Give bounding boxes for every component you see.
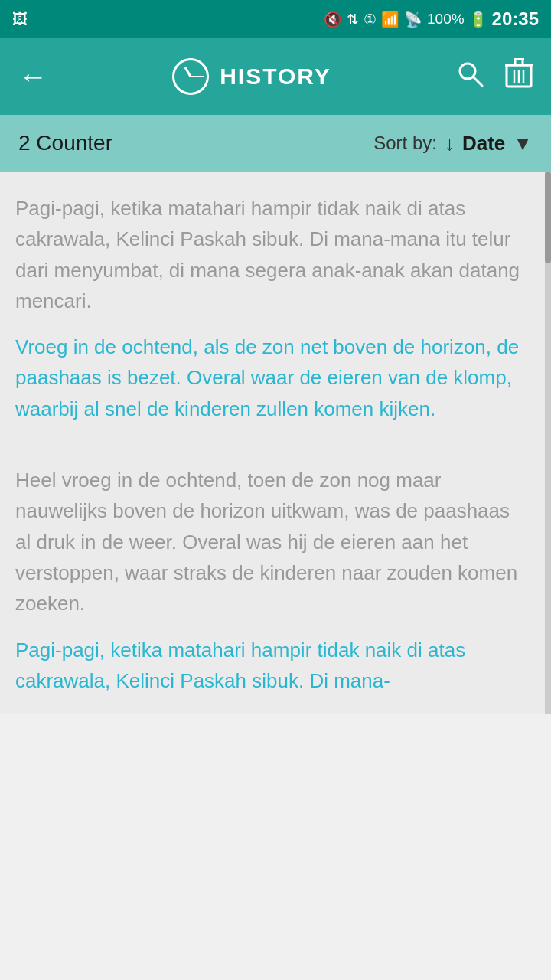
status-icons: 🔇 ⇅ ① 📶 📡 100% 🔋 20:35 bbox=[324, 8, 539, 30]
mobile-signal-icon: 📡 bbox=[404, 11, 422, 28]
sort-controls[interactable]: Sort by: ↓ Date ▼ bbox=[373, 132, 533, 155]
sort-direction-icon: ↓ bbox=[445, 132, 455, 155]
toolbar-title-text: HISTORY bbox=[220, 64, 331, 90]
history-list: Pagi-pagi, ketika matahari hampir tidak … bbox=[0, 172, 551, 714]
photo-icon: 🖼 bbox=[12, 11, 28, 28]
mute-icon: 🔇 bbox=[324, 11, 342, 28]
status-time: 20:35 bbox=[492, 8, 539, 30]
clock-minute-hand bbox=[191, 76, 204, 77]
search-button[interactable] bbox=[456, 60, 484, 93]
history-item: Pagi-pagi, ketika matahari hampir tidak … bbox=[0, 172, 536, 443]
status-bar-left: 🖼 bbox=[12, 11, 28, 28]
sort-value: Date bbox=[462, 132, 505, 155]
status-bar: 🖼 🔇 ⇅ ① 📶 📡 100% 🔋 20:35 bbox=[0, 0, 551, 38]
toolbar-actions bbox=[456, 58, 533, 95]
battery-icon: 🔋 bbox=[469, 11, 487, 28]
subheader: 2 Counter Sort by: ↓ Date ▼ bbox=[0, 115, 551, 172]
scrollbar-thumb[interactable] bbox=[545, 172, 551, 263]
sync-icon: ⇅ bbox=[347, 11, 359, 28]
history-item: Heel vroeg in de ochtend, toen de zon no… bbox=[0, 443, 536, 714]
toolbar: ← HISTORY bbox=[0, 38, 551, 115]
signal-icon: 📶 bbox=[381, 11, 399, 28]
translated-text-2: Pagi-pagi, ketika matahari hampir tidak … bbox=[15, 635, 520, 697]
svg-line-1 bbox=[474, 77, 482, 86]
clock-icon bbox=[172, 58, 209, 95]
sim-icon: ① bbox=[364, 11, 377, 28]
delete-button[interactable] bbox=[505, 58, 533, 95]
scrollbar[interactable] bbox=[545, 172, 551, 714]
original-text-1: Pagi-pagi, ketika matahari hampir tidak … bbox=[15, 193, 520, 316]
toolbar-title: HISTORY bbox=[172, 58, 331, 95]
battery-label: 100% bbox=[427, 11, 465, 28]
back-button[interactable]: ← bbox=[18, 60, 47, 93]
content-area: Pagi-pagi, ketika matahari hampir tidak … bbox=[0, 172, 551, 714]
translated-text-1: Vroeg in de ochtend, als de zon net bove… bbox=[15, 332, 520, 424]
back-arrow-icon: ← bbox=[18, 60, 47, 93]
sort-by-label: Sort by: bbox=[373, 132, 437, 154]
counter-label: 2 Counter bbox=[18, 131, 112, 155]
original-text-2: Heel vroeg in de ochtend, toen de zon no… bbox=[15, 465, 520, 619]
sort-dropdown-icon[interactable]: ▼ bbox=[513, 132, 533, 155]
